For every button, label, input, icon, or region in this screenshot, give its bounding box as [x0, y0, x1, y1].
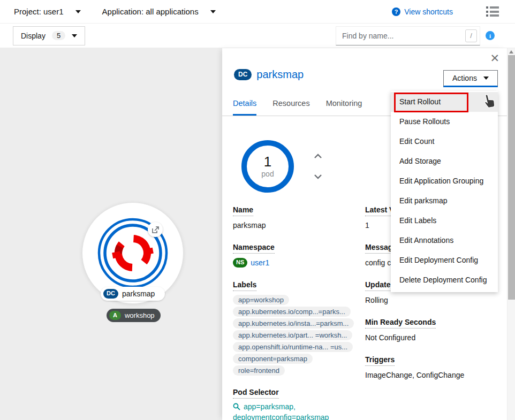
- labels-list: app=workshop app.kubernetes.io/comp...=p…: [233, 295, 365, 376]
- application-label[interactable]: A workshop: [107, 309, 161, 322]
- scrollbar-up-arrow-icon[interactable]: [509, 50, 513, 54]
- application-dropdown[interactable]: Application: all applications: [102, 7, 216, 16]
- find-by-name-input[interactable]: [336, 26, 480, 45]
- field-pod-selector: Pod Selector app=parksmap, deploymentcon…: [233, 387, 365, 420]
- openshift-topology-page: Project: user1 Application: all applicat…: [0, 0, 515, 420]
- pod-selector-link[interactable]: app=parksmap,: [233, 402, 365, 411]
- field-name: Name parksmap: [233, 205, 365, 231]
- label-tag: app.openshift.io/runtime-na... =us...: [233, 342, 353, 352]
- close-icon[interactable]: ✕: [490, 52, 499, 64]
- pod-donut-chart[interactable]: 1 pod: [241, 140, 294, 193]
- field-label: Triggers: [365, 355, 395, 366]
- caret-down-icon: [210, 10, 216, 13]
- question-circle-icon: ?: [392, 7, 400, 16]
- label-tag: app=workshop: [233, 295, 289, 305]
- pod-selector-link-line2[interactable]: deploymentconfig=parksmap: [233, 413, 365, 420]
- slash-shortcut-badge: /: [465, 29, 477, 42]
- display-count-badge: 5: [52, 31, 65, 40]
- menu-item-pause-rollouts[interactable]: Pause Rollouts: [391, 112, 498, 132]
- panel-scrollbar[interactable]: [507, 48, 515, 420]
- menu-item-edit-annotations[interactable]: Edit Annotations: [391, 231, 498, 250]
- actions-button-label: Actions: [452, 74, 477, 82]
- chevron-up-icon: [314, 154, 322, 159]
- scale-up-button[interactable]: [311, 150, 325, 163]
- context-bar: Project: user1 Application: all applicat…: [0, 0, 515, 24]
- dc-badge: DC: [234, 69, 252, 80]
- dc-badge: DC: [103, 289, 118, 298]
- caret-down-icon: [483, 77, 489, 80]
- search-icon: [233, 403, 240, 410]
- field-value: Rolling: [365, 295, 498, 306]
- display-dropdown[interactable]: Display 5: [13, 26, 85, 45]
- field-namespace: Namespace NS user1: [233, 242, 365, 268]
- application-label-text: workshop: [125, 311, 155, 319]
- topbar-right: ? View shortcuts: [392, 4, 501, 19]
- project-dropdown-label: Project: user1: [14, 7, 64, 16]
- panel-title: DC parksmap: [234, 68, 304, 81]
- label-tag: app.kubernetes.io/insta...=parksm...: [233, 318, 354, 329]
- panel-title-link[interactable]: parksmap: [256, 68, 304, 81]
- tab-resources[interactable]: Resources: [272, 99, 309, 116]
- field-label: Namespace: [233, 243, 275, 254]
- namespace-link[interactable]: user1: [251, 257, 269, 268]
- ns-badge: NS: [233, 258, 247, 267]
- topology-toolbar: Display 5 / i: [0, 24, 515, 48]
- node-label[interactable]: DC parksmap: [101, 287, 165, 301]
- application-badge: A: [109, 311, 121, 320]
- view-shortcuts-link[interactable]: ? View shortcuts: [392, 7, 453, 16]
- details-left-column: Name parksmap Namespace NS user1 Labels …: [233, 205, 365, 420]
- resource-side-panel: ✕ DC parksmap Actions Details Resources …: [222, 48, 507, 420]
- field-label: Name: [233, 205, 253, 216]
- display-dropdown-label: Display: [21, 32, 46, 40]
- field-labels: Labels app=workshop app.kubernetes.io/co…: [233, 280, 365, 376]
- actions-dropdown-menu: Start Rollout Pause Rollouts Edit Count …: [391, 91, 498, 292]
- label-tag: component=parksmap: [233, 354, 313, 364]
- field-triggers: Triggers ImageChange, ConfigChange: [365, 355, 498, 380]
- field-value: parksmap: [233, 220, 365, 231]
- tab-monitoring[interactable]: Monitoring: [326, 99, 362, 116]
- menu-item-edit-parksmap[interactable]: Edit parksmap: [391, 191, 498, 211]
- node-label-text: parksmap: [122, 289, 155, 298]
- caret-down-icon: [75, 10, 81, 13]
- label-tag: role=frontend: [233, 365, 285, 376]
- pod-count: 1: [264, 155, 271, 169]
- menu-item-edit-labels[interactable]: Edit Labels: [391, 211, 498, 231]
- label-tag: app.kubernetes.io/part... =worksh...: [233, 330, 352, 340]
- field-value: Not Configured: [365, 332, 498, 343]
- field-label: Pod Selector: [233, 388, 279, 399]
- menu-item-edit-deployment-config[interactable]: Edit Deployment Config: [391, 250, 498, 270]
- field-label: Labels: [233, 280, 256, 291]
- field-value: ImageChange, ConfigChange: [365, 370, 498, 380]
- scale-down-button[interactable]: [311, 170, 325, 183]
- actions-dropdown-button[interactable]: Actions: [443, 70, 498, 87]
- field-label: Min Ready Seconds: [365, 318, 436, 329]
- list-view-toggle-icon[interactable]: [484, 4, 501, 19]
- menu-item-delete-deployment-config[interactable]: Delete Deployment Config: [391, 270, 498, 290]
- menu-item-add-storage[interactable]: Add Storage: [391, 151, 498, 171]
- info-icon[interactable]: i: [486, 31, 495, 40]
- label-tag: app.kubernetes.io/comp...=parks...: [233, 307, 351, 317]
- external-link-button[interactable]: [148, 222, 163, 237]
- menu-item-edit-application-grouping[interactable]: Edit Application Grouping: [391, 171, 498, 191]
- project-dropdown[interactable]: Project: user1: [14, 7, 81, 16]
- topology-canvas[interactable]: DC parksmap A workshop: [0, 48, 222, 420]
- view-shortcuts-label: View shortcuts: [404, 7, 453, 16]
- application-dropdown-label: Application: all applications: [102, 7, 199, 16]
- tab-details[interactable]: Details: [233, 99, 256, 116]
- caret-down-icon: [72, 34, 77, 37]
- field-min-ready-seconds: Min Ready Seconds Not Configured: [365, 317, 498, 343]
- external-link-icon: [152, 226, 159, 233]
- menu-item-edit-count[interactable]: Edit Count: [391, 132, 498, 151]
- chevron-down-icon: [314, 174, 322, 179]
- pod-unit: pod: [261, 170, 274, 178]
- scrollbar-thumb[interactable]: [508, 55, 515, 300]
